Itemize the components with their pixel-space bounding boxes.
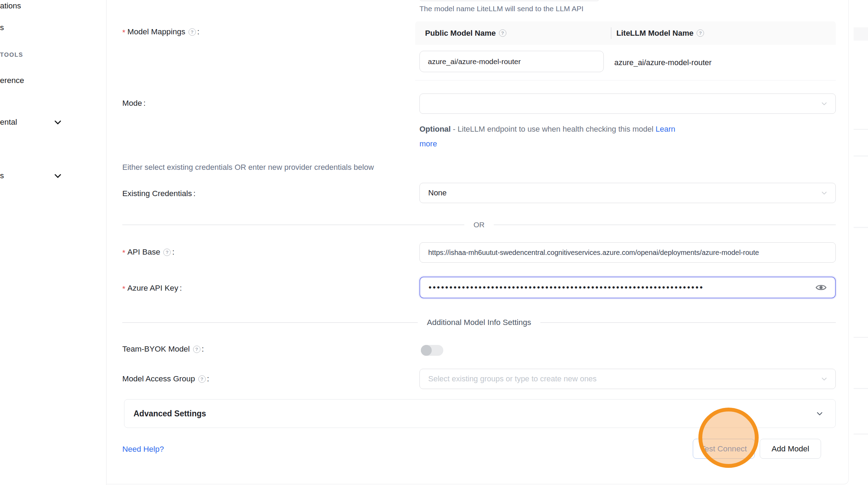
colon: : xyxy=(202,345,204,354)
input-value: azure_ai/azure-model-router xyxy=(428,57,521,66)
divider-line xyxy=(494,224,836,225)
field-label: API Base xyxy=(128,248,160,257)
required-asterisk: * xyxy=(122,28,125,37)
column-divider xyxy=(611,27,611,39)
add-model-button[interactable]: Add Model xyxy=(760,439,821,459)
select-placeholder: Select existing groups or type to create… xyxy=(428,374,597,383)
help-icon[interactable]: ? xyxy=(189,28,196,36)
required-asterisk: * xyxy=(122,284,125,293)
chevron-down-icon[interactable] xyxy=(53,171,62,180)
chevron-down-icon xyxy=(821,100,828,107)
chevron-down-icon xyxy=(821,189,828,196)
colon: : xyxy=(172,248,174,257)
sidebar-item-organizations[interactable]: ations xyxy=(0,1,21,11)
mode-help-text: Optional - LiteLLM endpoint to use when … xyxy=(419,122,737,151)
input-value: https://ishaa-mh6uutut-swedencentral.cog… xyxy=(428,249,759,257)
model-mappings-label: * Model Mappings ? : xyxy=(122,27,199,37)
sidebar-section-label: TOOLS xyxy=(0,51,23,58)
cropped-input-fragment xyxy=(419,0,599,1)
help-text: - LiteLLM endpoint to use when health ch… xyxy=(451,125,656,133)
background-fragment xyxy=(854,388,868,389)
colon: : xyxy=(143,99,145,108)
learn-more-link[interactable]: more xyxy=(419,139,437,148)
chevron-down-icon xyxy=(816,410,823,417)
divider-line xyxy=(122,224,464,225)
model-access-group-label: Model Access Group ? : xyxy=(122,374,209,384)
background-fragment xyxy=(854,227,868,228)
masked-value: ••••••••••••••••••••••••••••••••••••••••… xyxy=(429,283,704,292)
field-label: Model Access Group xyxy=(122,374,195,383)
need-help-label: Need Help? xyxy=(122,445,164,453)
table-row: azure_ai/azure-model-router azure_ai/azu… xyxy=(415,45,836,81)
litellm-model-name-value: azure_ai/azure-model-router xyxy=(614,45,712,81)
colon: : xyxy=(207,374,209,383)
info-divider: Additional Model Info Settings xyxy=(122,317,836,328)
divider-line xyxy=(540,322,836,323)
help-icon[interactable]: ? xyxy=(499,29,506,37)
background-fragment xyxy=(854,129,868,130)
sidebar-item-label: ations xyxy=(0,1,21,11)
help-bold: Optional xyxy=(419,125,451,133)
help-icon[interactable]: ? xyxy=(163,249,171,256)
column-header-public-model-name: Public Model Name ? xyxy=(425,21,506,45)
sidebar-item-label: ental xyxy=(0,118,17,127)
api-base-label: * API Base ? : xyxy=(122,247,175,257)
chevron-down-icon xyxy=(821,375,828,382)
team-byok-toggle[interactable] xyxy=(421,345,443,356)
colon: : xyxy=(180,284,182,293)
sidebar-item-reference[interactable]: erence xyxy=(0,75,24,86)
colon: : xyxy=(193,189,196,198)
credentials-hint: Either select existing credentials OR en… xyxy=(122,163,374,172)
chevron-down-icon[interactable] xyxy=(53,118,62,127)
help-icon[interactable]: ? xyxy=(193,346,200,353)
model-mappings-table: Public Model Name ? LiteLLM Model Name ?… xyxy=(415,21,836,81)
advanced-settings-panel[interactable]: Advanced Settings xyxy=(124,399,836,428)
help-icon[interactable]: ? xyxy=(697,29,704,37)
model-name-hint: The model name LiteLLM will send to the … xyxy=(419,5,583,13)
sidebar: ations s TOOLS erence ental s xyxy=(0,0,107,485)
column-label: LiteLLM Model Name xyxy=(616,29,693,38)
required-asterisk: * xyxy=(122,248,125,257)
azure-api-key-label: * Azure API Key : xyxy=(122,283,182,293)
sidebar-item-s1[interactable]: s xyxy=(0,22,4,33)
azure-api-key-input[interactable]: ••••••••••••••••••••••••••••••••••••••••… xyxy=(419,277,836,298)
column-label: Public Model Name xyxy=(425,29,496,38)
background-fragment xyxy=(854,337,868,338)
advanced-settings-title: Advanced Settings xyxy=(134,409,206,418)
field-label: Mode xyxy=(122,99,142,108)
sidebar-item-label: erence xyxy=(0,76,24,85)
column-header-litellm-model-name: LiteLLM Model Name ? xyxy=(616,21,704,45)
api-base-input[interactable]: https://ishaa-mh6uutut-swedencentral.cog… xyxy=(419,242,836,263)
help-icon[interactable]: ? xyxy=(198,375,206,383)
sidebar-item-experimental[interactable]: ental xyxy=(0,117,17,127)
colon: : xyxy=(197,27,199,36)
divider-text: Additional Model Info Settings xyxy=(418,318,540,327)
select-value: None xyxy=(428,188,447,198)
divider-line xyxy=(122,322,418,323)
toggle-knob xyxy=(421,345,432,356)
background-fragment xyxy=(854,155,868,157)
divider-text: OR xyxy=(464,221,494,229)
background-fragment xyxy=(854,434,868,435)
button-label: Add Model xyxy=(772,444,809,453)
test-connect-button[interactable]: Test Connect xyxy=(693,439,755,459)
sidebar-item-settings[interactable]: s xyxy=(0,171,4,181)
button-label: Test Connect xyxy=(701,444,747,453)
table-header: Public Model Name ? LiteLLM Model Name ? xyxy=(415,21,836,45)
existing-credentials-select[interactable]: None xyxy=(419,183,836,203)
team-byok-label: Team-BYOK Model ? : xyxy=(122,344,204,354)
field-label: Model Mappings xyxy=(128,27,185,36)
need-help-link[interactable]: Need Help? xyxy=(122,445,164,454)
mode-label: Mode : xyxy=(122,98,146,108)
public-model-name-input[interactable]: azure_ai/azure-model-router xyxy=(419,51,604,72)
field-label: Team-BYOK Model xyxy=(122,345,190,354)
field-label: Existing Credentials xyxy=(122,189,192,198)
field-label: Azure API Key xyxy=(128,284,178,293)
or-divider: OR xyxy=(122,220,836,230)
mode-select[interactable] xyxy=(419,93,836,114)
sidebar-item-label: s xyxy=(0,171,4,180)
eye-icon[interactable] xyxy=(815,283,827,292)
model-access-group-select[interactable]: Select existing groups or type to create… xyxy=(419,369,836,389)
sidebar-section-tools: TOOLS xyxy=(0,51,23,59)
learn-more-link[interactable]: Learn xyxy=(656,125,675,133)
